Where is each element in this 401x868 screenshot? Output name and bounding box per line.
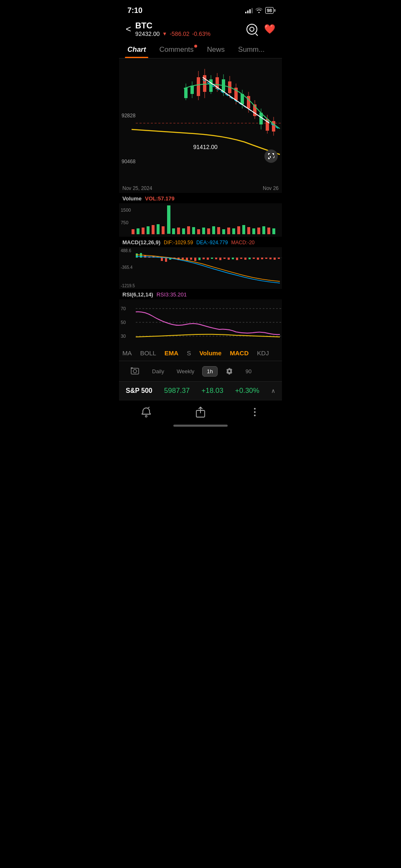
- svg-rect-49: [212, 226, 215, 234]
- alert-button[interactable]: [140, 406, 152, 418]
- search-button[interactable]: [246, 24, 257, 35]
- macd-chart: 488.6 -365.4 -1219.5: [119, 247, 282, 289]
- bottom-nav: [119, 400, 282, 421]
- toolbar-daily[interactable]: Daily: [147, 366, 169, 377]
- svg-rect-96: [261, 258, 263, 259]
- ind-tab-ema[interactable]: EMA: [165, 349, 178, 357]
- wifi-icon: [255, 7, 263, 14]
- svg-rect-59: [262, 226, 265, 234]
- svg-rect-47: [202, 228, 205, 234]
- svg-rect-44: [187, 226, 190, 234]
- svg-rect-55: [242, 225, 245, 234]
- svg-rect-33: [167, 205, 170, 234]
- svg-rect-48: [207, 228, 210, 234]
- svg-line-115: [148, 407, 150, 408]
- bottom-toolbar: Daily Weekly 1h 90: [119, 361, 282, 381]
- sp500-bar[interactable]: S&P 500 5987.37 +18.03 +0.30% ∧: [119, 381, 282, 400]
- svg-rect-61: [272, 228, 275, 234]
- tab-comments[interactable]: Comments: [152, 41, 200, 58]
- svg-rect-81: [198, 258, 200, 260]
- svg-point-113: [133, 369, 137, 373]
- svg-rect-99: [274, 258, 276, 260]
- svg-text:1500: 1500: [121, 208, 131, 213]
- svg-rect-56: [247, 227, 250, 234]
- price-pct: -0.63%: [192, 30, 211, 37]
- svg-rect-3: [184, 88, 188, 98]
- current-price-label: 91412.00: [193, 144, 217, 150]
- candlestick-svg: [119, 58, 282, 184]
- svg-rect-23: [247, 96, 250, 109]
- svg-rect-84: [211, 258, 213, 259]
- svg-text:50: 50: [121, 320, 126, 325]
- svg-rect-7: [197, 77, 200, 96]
- tab-chart[interactable]: Chart: [121, 41, 152, 58]
- fullscreen-button[interactable]: [264, 149, 278, 163]
- svg-rect-100: [278, 258, 280, 259]
- dif-label: DIF:-1029.59: [164, 240, 193, 245]
- date-right: Nov 26: [263, 185, 279, 191]
- status-time: 7:10: [127, 6, 142, 15]
- svg-rect-73: [165, 258, 167, 262]
- tab-bar: Chart Comments News Summ...: [119, 41, 282, 58]
- rsi-section: RSI(6,12,14) RSI3:35.201 70 50 30: [119, 289, 282, 345]
- svg-rect-95: [257, 258, 259, 260]
- svg-rect-112: [131, 367, 133, 369]
- ind-tab-macd[interactable]: MACD: [230, 349, 249, 357]
- rsi-value: RSI3:35.201: [157, 291, 187, 298]
- favorite-button[interactable]: ❤️: [264, 24, 275, 35]
- svg-rect-36: [142, 228, 145, 234]
- rsi-header: RSI(6,12,14) RSI3:35.201: [119, 289, 282, 299]
- volume-chart: 1500 750: [119, 203, 282, 237]
- tab-summary[interactable]: Summ...: [231, 41, 271, 58]
- toolbar-screenshot[interactable]: [126, 364, 144, 378]
- back-button[interactable]: <: [126, 24, 131, 35]
- svg-rect-60: [267, 228, 270, 234]
- svg-rect-93: [249, 258, 251, 259]
- svg-rect-90: [236, 258, 238, 260]
- more-button[interactable]: [249, 406, 261, 418]
- svg-rect-66: [136, 253, 138, 258]
- home-bar: [173, 425, 228, 427]
- header-title-block: BTC 92432.00 ▼ -586.02 -0.63%: [135, 21, 211, 37]
- svg-rect-83: [207, 258, 209, 260]
- svg-text:-365.4: -365.4: [121, 265, 133, 270]
- svg-rect-91: [240, 258, 242, 259]
- svg-rect-0: [119, 58, 282, 184]
- ind-tab-boll[interactable]: BOLL: [140, 349, 156, 357]
- share-button[interactable]: [195, 406, 206, 418]
- rsi-label: RSI(6,12,14): [122, 291, 153, 298]
- date-row: Nov 25, 2024 Nov 26: [119, 184, 282, 193]
- status-icons: 98: [245, 7, 274, 14]
- main-chart: 92828 90468 91412.00: [119, 58, 282, 184]
- status-bar: 7:10 98: [119, 0, 282, 18]
- macd-value-label: MACD:-20: [231, 240, 254, 245]
- svg-rect-57: [252, 228, 255, 234]
- ind-tab-volume[interactable]: Volume: [199, 349, 221, 357]
- svg-rect-94: [253, 258, 255, 259]
- svg-rect-50: [217, 227, 220, 234]
- ind-tab-s[interactable]: S: [187, 349, 191, 357]
- svg-text:70: 70: [121, 306, 126, 311]
- svg-rect-80: [194, 258, 196, 261]
- svg-rect-51: [222, 229, 225, 234]
- svg-rect-53: [232, 228, 235, 234]
- toolbar-90[interactable]: 90: [241, 366, 256, 377]
- svg-text:750: 750: [121, 220, 128, 225]
- svg-rect-37: [147, 226, 150, 234]
- tab-news[interactable]: News: [200, 41, 232, 58]
- svg-rect-40: [162, 226, 165, 234]
- comments-dot: [194, 45, 197, 48]
- toolbar-settings[interactable]: [221, 365, 238, 377]
- svg-text:-1219.5: -1219.5: [121, 283, 135, 288]
- ind-tab-kdj[interactable]: KDJ: [257, 349, 269, 357]
- ind-tab-ma[interactable]: MA: [122, 349, 132, 357]
- svg-rect-54: [237, 226, 240, 234]
- svg-rect-88: [228, 258, 230, 260]
- toolbar-weekly[interactable]: Weekly: [172, 366, 199, 377]
- svg-rect-52: [227, 228, 230, 234]
- macd-header: MACD(12,26,9) DIF:-1029.59 DEA:-924.779 …: [119, 237, 282, 247]
- svg-rect-72: [161, 258, 163, 261]
- toolbar-1h[interactable]: 1h: [202, 366, 217, 377]
- volume-header: Volume VOL:57.179: [119, 193, 282, 203]
- svg-point-118: [254, 411, 256, 413]
